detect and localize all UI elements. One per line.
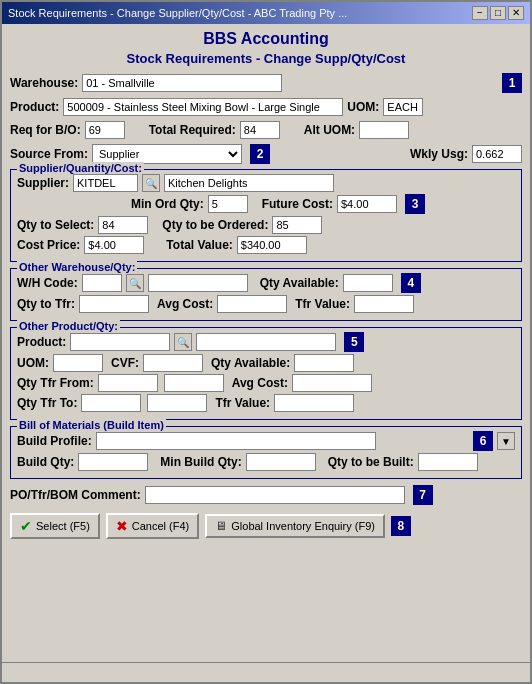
op-search-button[interactable]: 🔍 — [174, 333, 192, 351]
status-bar — [2, 662, 530, 682]
future-cost-input[interactable] — [337, 195, 397, 213]
supplier-name-input[interactable] — [164, 174, 334, 192]
product-label: Product: — [10, 100, 59, 114]
op-qty-avail-input[interactable] — [294, 354, 354, 372]
op-qty-tfr-to-input2[interactable] — [147, 394, 207, 412]
op-tfr-value-input[interactable] — [274, 394, 354, 412]
product-input[interactable] — [63, 98, 343, 116]
build-profile-label: Build Profile: — [17, 434, 92, 448]
form-content: BBS Accounting Stock Requirements - Chan… — [2, 24, 530, 662]
cost-price-input[interactable] — [84, 236, 144, 254]
close-button[interactable]: ✕ — [508, 6, 524, 20]
badge-7: 7 — [413, 485, 433, 505]
op-product-name-input[interactable] — [196, 333, 336, 351]
req-row: Req for B/O: Total Required: Alt UOM: — [10, 121, 522, 139]
source-row: Source From: Supplier 2 Wkly Usg: — [10, 144, 522, 164]
total-value-input[interactable] — [237, 236, 307, 254]
check-icon: ✔ — [20, 518, 32, 534]
op-qty-tfr-from-input1[interactable] — [98, 374, 158, 392]
badge-4: 4 — [401, 273, 421, 293]
comment-label: PO/Tfr/BOM Comment: — [10, 488, 141, 502]
cancel-label: Cancel (F4) — [132, 520, 189, 532]
cancel-button[interactable]: ✖ Cancel (F4) — [106, 513, 199, 539]
supplier-section-title: Supplier/Quantity/Cost: — [17, 162, 144, 174]
min-build-input[interactable] — [246, 453, 316, 471]
source-select[interactable]: Supplier — [92, 144, 242, 164]
app-subtitle: Stock Requirements - Change Supp/Qty/Cos… — [10, 51, 522, 66]
op-qty-tfr-to-input1[interactable] — [81, 394, 141, 412]
badge-1: 1 — [502, 73, 522, 93]
supplier-code-input[interactable] — [73, 174, 138, 192]
supplier-search-button[interactable]: 🔍 — [142, 174, 160, 192]
op-qty-avail-label: Qty Available: — [211, 356, 290, 370]
op-tfr-value-label: Tfr Value: — [215, 396, 270, 410]
comment-row: PO/Tfr/BOM Comment: 7 — [10, 485, 522, 505]
qty-tfr-input[interactable] — [79, 295, 149, 313]
build-profile-dropdown[interactable]: ▼ — [497, 432, 515, 450]
warehouse-label: Warehouse: — [10, 76, 78, 90]
main-window: Stock Requirements - Change Supplier/Qty… — [0, 0, 532, 684]
qty-avail-input[interactable] — [343, 274, 393, 292]
bom-title: Bill of Materials (Build Item) — [17, 419, 166, 431]
other-warehouse-section: Other Warehouse/Qty: W/H Code: 🔍 Qty Ava… — [10, 268, 522, 321]
badge-2: 2 — [250, 144, 270, 164]
build-profile-row: Build Profile: 6 ▼ — [17, 431, 515, 451]
qty-select-label: Qty to Select: — [17, 218, 94, 232]
cross-icon: ✖ — [116, 518, 128, 534]
total-label: Total Required: — [149, 123, 236, 137]
build-qty-row: Build Qty: Min Build Qty: Qty to be Buil… — [17, 453, 515, 471]
other-warehouse-title: Other Warehouse/Qty: — [17, 261, 137, 273]
badge-5: 5 — [344, 332, 364, 352]
total-value-label: Total Value: — [166, 238, 232, 252]
minimize-button[interactable]: − — [472, 6, 488, 20]
comment-input[interactable] — [145, 486, 405, 504]
future-cost-label: Future Cost: — [262, 197, 333, 211]
wh-code-label: W/H Code: — [17, 276, 78, 290]
op-product-input[interactable] — [70, 333, 170, 351]
wh-search-button[interactable]: 🔍 — [126, 274, 144, 292]
op-qty-tfr-to-label: Qty Tfr To: — [17, 396, 77, 410]
product-row: Product: UOM: — [10, 98, 522, 116]
select-button[interactable]: ✔ Select (F5) — [10, 513, 100, 539]
qty-ordered-input[interactable] — [272, 216, 322, 234]
req-label: Req for B/O: — [10, 123, 81, 137]
warehouse-row: Warehouse: 1 — [10, 73, 522, 93]
total-input[interactable] — [240, 121, 280, 139]
other-product-title: Other Product/Qty: — [17, 320, 120, 332]
req-input[interactable] — [85, 121, 125, 139]
uom-input[interactable] — [383, 98, 423, 116]
alt-uom-label: Alt UOM: — [304, 123, 355, 137]
warehouse-input[interactable] — [82, 74, 282, 92]
tfr-value-label: Tfr Value: — [295, 297, 350, 311]
supplier-section: Supplier/Quantity/Cost: Supplier: 🔍 Min … — [10, 169, 522, 262]
op-avg-cost-input[interactable] — [292, 374, 372, 392]
avg-cost-input[interactable] — [217, 295, 287, 313]
supplier-row: Supplier: 🔍 — [17, 174, 515, 192]
badge-6: 6 — [473, 431, 493, 451]
tfr-value-input[interactable] — [354, 295, 414, 313]
qty-select-input[interactable] — [98, 216, 148, 234]
wh-code-row: W/H Code: 🔍 Qty Available: 4 — [17, 273, 515, 293]
op-uom-row: UOM: CVF: Qty Available: — [17, 354, 515, 372]
wkly-input[interactable] — [472, 145, 522, 163]
build-profile-input[interactable] — [96, 432, 376, 450]
qty-built-input[interactable] — [418, 453, 478, 471]
title-bar: Stock Requirements - Change Supplier/Qty… — [2, 2, 530, 24]
min-ord-input[interactable] — [208, 195, 248, 213]
alt-uom-input[interactable] — [359, 121, 409, 139]
op-avg-cost-label: Avg Cost: — [232, 376, 288, 390]
global-button[interactable]: 🖥 Global Inventory Enquiry (F9) — [205, 514, 385, 538]
op-product-row: Product: 🔍 5 — [17, 332, 515, 352]
op-cvf-input[interactable] — [143, 354, 203, 372]
avg-cost-label: Avg Cost: — [157, 297, 213, 311]
maximize-button[interactable]: □ — [490, 6, 506, 20]
build-qty-input[interactable] — [78, 453, 148, 471]
window-title: Stock Requirements - Change Supplier/Qty… — [8, 7, 472, 19]
wh-name-input[interactable] — [148, 274, 248, 292]
op-uom-input[interactable] — [53, 354, 103, 372]
op-qty-tfr-from-input2[interactable] — [164, 374, 224, 392]
wh-code-input[interactable] — [82, 274, 122, 292]
global-label: Global Inventory Enquiry (F9) — [231, 520, 375, 532]
uom-label: UOM: — [347, 100, 379, 114]
qty-built-label: Qty to be Built: — [328, 455, 414, 469]
